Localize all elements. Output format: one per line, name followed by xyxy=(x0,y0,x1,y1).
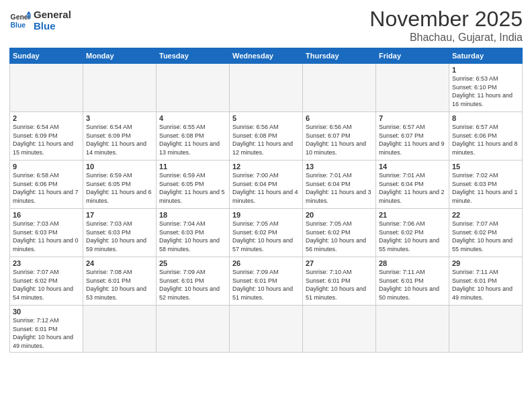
day-number: 1 xyxy=(452,66,519,74)
day-info: Sunrise: 7:07 AMSunset: 6:02 PMDaylight:… xyxy=(13,268,80,302)
day-info: Sunrise: 7:02 AMSunset: 6:03 PMDaylight:… xyxy=(452,171,519,205)
day-number: 2 xyxy=(13,114,80,122)
calendar-week-row: 23Sunrise: 7:07 AMSunset: 6:02 PMDayligh… xyxy=(10,257,523,306)
day-number: 21 xyxy=(379,211,446,219)
day-info: Sunrise: 6:57 AMSunset: 6:06 PMDaylight:… xyxy=(452,123,519,156)
calendar-cell xyxy=(10,64,83,112)
day-info: Sunrise: 7:08 AMSunset: 6:01 PMDaylight:… xyxy=(86,268,153,302)
calendar-cell: 12Sunrise: 7:00 AMSunset: 6:04 PMDayligh… xyxy=(230,161,303,209)
calendar-cell xyxy=(157,306,230,353)
day-info: Sunrise: 7:03 AMSunset: 6:03 PMDaylight:… xyxy=(13,220,80,253)
calendar-cell xyxy=(230,306,303,353)
calendar-cell: 4Sunrise: 6:55 AMSunset: 6:08 PMDaylight… xyxy=(157,112,230,161)
day-info: Sunrise: 7:05 AMSunset: 6:02 PMDaylight:… xyxy=(306,220,373,253)
calendar-cell: 20Sunrise: 7:05 AMSunset: 6:02 PMDayligh… xyxy=(303,209,376,257)
day-info: Sunrise: 6:56 AMSunset: 6:07 PMDaylight:… xyxy=(306,123,373,156)
calendar-cell xyxy=(83,306,157,353)
day-info: Sunrise: 6:59 AMSunset: 6:05 PMDaylight:… xyxy=(86,171,153,205)
calendar-cell: 27Sunrise: 7:10 AMSunset: 6:01 PMDayligh… xyxy=(303,257,376,306)
day-number: 12 xyxy=(232,163,300,171)
calendar-cell xyxy=(449,306,523,353)
calendar-cell: 17Sunrise: 7:03 AMSunset: 6:03 PMDayligh… xyxy=(83,209,157,257)
day-number: 17 xyxy=(86,211,153,219)
header: General Blue General Blue November 2025 … xyxy=(9,7,523,44)
logo-general: General xyxy=(34,9,71,21)
weekday-header-sunday: Sunday xyxy=(10,48,83,64)
calendar-week-row: 16Sunrise: 7:03 AMSunset: 6:03 PMDayligh… xyxy=(10,209,523,257)
day-number: 30 xyxy=(13,308,80,316)
day-info: Sunrise: 7:00 AMSunset: 6:04 PMDaylight:… xyxy=(232,171,300,205)
day-number: 27 xyxy=(306,259,373,267)
day-info: Sunrise: 7:01 AMSunset: 6:04 PMDaylight:… xyxy=(306,171,373,205)
calendar-cell: 23Sunrise: 7:07 AMSunset: 6:02 PMDayligh… xyxy=(10,257,83,306)
day-number: 8 xyxy=(452,114,519,122)
calendar-cell: 24Sunrise: 7:08 AMSunset: 6:01 PMDayligh… xyxy=(83,257,157,306)
calendar-cell xyxy=(376,306,449,353)
calendar-table: SundayMondayTuesdayWednesdayThursdayFrid… xyxy=(9,48,523,353)
calendar-cell: 21Sunrise: 7:06 AMSunset: 6:02 PMDayligh… xyxy=(376,209,449,257)
day-number: 20 xyxy=(306,211,373,219)
day-info: Sunrise: 7:03 AMSunset: 6:03 PMDaylight:… xyxy=(86,220,153,253)
page-title: November 2025 xyxy=(369,7,523,32)
day-number: 26 xyxy=(232,259,300,267)
day-info: Sunrise: 7:09 AMSunset: 6:01 PMDaylight:… xyxy=(232,268,300,302)
day-info: Sunrise: 6:54 AMSunset: 6:09 PMDaylight:… xyxy=(13,123,80,156)
calendar-week-row: 1Sunrise: 6:53 AMSunset: 6:10 PMDaylight… xyxy=(10,64,523,112)
calendar-week-row: 2Sunrise: 6:54 AMSunset: 6:09 PMDaylight… xyxy=(10,112,523,161)
day-number: 3 xyxy=(86,114,153,122)
svg-text:Blue: Blue xyxy=(11,21,26,28)
calendar-cell: 16Sunrise: 7:03 AMSunset: 6:03 PMDayligh… xyxy=(10,209,83,257)
calendar-cell xyxy=(376,64,449,112)
logo-icon: General Blue xyxy=(9,10,31,32)
calendar-cell: 7Sunrise: 6:57 AMSunset: 6:07 PMDaylight… xyxy=(376,112,449,161)
day-info: Sunrise: 7:11 AMSunset: 6:01 PMDaylight:… xyxy=(379,268,446,302)
calendar-cell: 11Sunrise: 6:59 AMSunset: 6:05 PMDayligh… xyxy=(157,161,230,209)
calendar-cell: 22Sunrise: 7:07 AMSunset: 6:02 PMDayligh… xyxy=(449,209,523,257)
calendar-cell xyxy=(157,64,230,112)
day-number: 15 xyxy=(452,163,519,171)
day-info: Sunrise: 6:59 AMSunset: 6:05 PMDaylight:… xyxy=(159,171,226,205)
day-number: 19 xyxy=(232,211,300,219)
calendar-cell: 15Sunrise: 7:02 AMSunset: 6:03 PMDayligh… xyxy=(449,161,523,209)
calendar-cell: 9Sunrise: 6:58 AMSunset: 6:06 PMDaylight… xyxy=(10,161,83,209)
calendar-cell xyxy=(230,64,303,112)
calendar-cell: 14Sunrise: 7:01 AMSunset: 6:04 PMDayligh… xyxy=(376,161,449,209)
day-info: Sunrise: 7:07 AMSunset: 6:02 PMDaylight:… xyxy=(452,220,519,253)
calendar-header-row: SundayMondayTuesdayWednesdayThursdayFrid… xyxy=(10,48,523,64)
day-info: Sunrise: 6:53 AMSunset: 6:10 PMDaylight:… xyxy=(452,75,519,108)
calendar-week-row: 9Sunrise: 6:58 AMSunset: 6:06 PMDaylight… xyxy=(10,161,523,209)
calendar-cell xyxy=(83,64,157,112)
calendar-week-row: 30Sunrise: 7:12 AMSunset: 6:01 PMDayligh… xyxy=(10,306,523,353)
calendar-cell: 8Sunrise: 6:57 AMSunset: 6:06 PMDaylight… xyxy=(449,112,523,161)
logo-blue: Blue xyxy=(34,21,71,32)
page-subtitle: Bhachau, Gujarat, India xyxy=(369,32,523,44)
day-info: Sunrise: 7:06 AMSunset: 6:02 PMDaylight:… xyxy=(379,220,446,253)
calendar-cell: 19Sunrise: 7:05 AMSunset: 6:02 PMDayligh… xyxy=(230,209,303,257)
day-number: 16 xyxy=(13,211,80,219)
svg-marker-2 xyxy=(27,11,31,14)
calendar-cell: 5Sunrise: 6:56 AMSunset: 6:08 PMDaylight… xyxy=(230,112,303,161)
day-info: Sunrise: 7:01 AMSunset: 6:04 PMDaylight:… xyxy=(379,171,446,205)
calendar-cell: 25Sunrise: 7:09 AMSunset: 6:01 PMDayligh… xyxy=(157,257,230,306)
day-number: 10 xyxy=(86,163,153,171)
day-info: Sunrise: 7:05 AMSunset: 6:02 PMDaylight:… xyxy=(232,220,300,253)
title-area: November 2025 Bhachau, Gujarat, India xyxy=(369,7,523,44)
weekday-header-saturday: Saturday xyxy=(449,48,523,64)
day-info: Sunrise: 7:11 AMSunset: 6:01 PMDaylight:… xyxy=(452,268,519,302)
calendar-cell: 13Sunrise: 7:01 AMSunset: 6:04 PMDayligh… xyxy=(303,161,376,209)
day-number: 25 xyxy=(159,259,226,267)
weekday-header-thursday: Thursday xyxy=(303,48,376,64)
calendar-cell: 30Sunrise: 7:12 AMSunset: 6:01 PMDayligh… xyxy=(10,306,83,353)
calendar-cell xyxy=(303,64,376,112)
day-info: Sunrise: 6:57 AMSunset: 6:07 PMDaylight:… xyxy=(379,123,446,156)
day-number: 29 xyxy=(452,259,519,267)
day-number: 11 xyxy=(159,163,226,171)
day-number: 13 xyxy=(306,163,373,171)
day-info: Sunrise: 6:56 AMSunset: 6:08 PMDaylight:… xyxy=(232,123,300,156)
day-number: 18 xyxy=(159,211,226,219)
calendar-cell: 29Sunrise: 7:11 AMSunset: 6:01 PMDayligh… xyxy=(449,257,523,306)
calendar-cell: 6Sunrise: 6:56 AMSunset: 6:07 PMDaylight… xyxy=(303,112,376,161)
svg-marker-3 xyxy=(27,14,31,18)
day-info: Sunrise: 7:10 AMSunset: 6:01 PMDaylight:… xyxy=(306,268,373,302)
day-info: Sunrise: 7:12 AMSunset: 6:01 PMDaylight:… xyxy=(13,316,80,350)
